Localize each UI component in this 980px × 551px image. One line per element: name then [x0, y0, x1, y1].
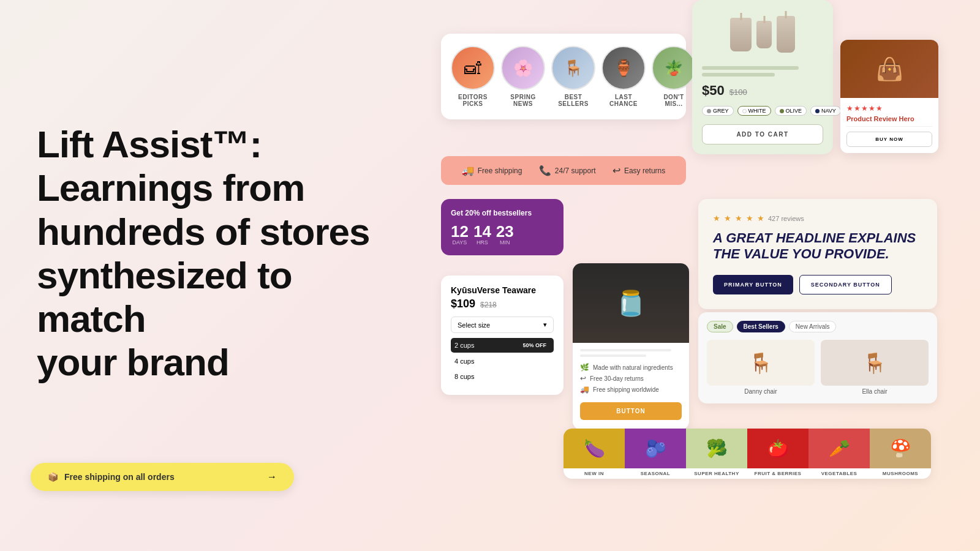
grey-label: GREY: [713, 108, 729, 114]
healthy-label: SUPER HEALTHY: [693, 468, 740, 479]
size-2cups[interactable]: 2 cups 50% OFF: [451, 338, 554, 353]
furniture-tags: Sale Best Sellers New Arrivals: [707, 321, 929, 332]
spring-circle: [501, 46, 545, 90]
food-item-seasonal[interactable]: 🫐 SEASONAL: [625, 429, 686, 479]
free-shipping-item: 🚚 Free shipping: [462, 165, 522, 176]
mushrooms-image: 🍄: [870, 429, 931, 468]
white-label: WHITE: [748, 108, 766, 114]
size-2cups-label: 2 cups: [454, 342, 474, 349]
color-olive[interactable]: OLIVE: [775, 106, 807, 116]
nat-line-2: [580, 354, 646, 357]
healthy-image: 🥦: [686, 429, 747, 468]
food-item-healthy[interactable]: 🥦 SUPER HEALTHY: [686, 429, 747, 479]
category-item-dont-miss[interactable]: DON'TMIS...: [652, 46, 696, 107]
size-8cups[interactable]: 8 cups: [451, 370, 554, 383]
lastchance-label: LAST CHANCE: [601, 94, 646, 107]
countdown-label: Get 20% off bestsellers: [451, 209, 554, 217]
category-item-editors[interactable]: EDITORS PICKS: [451, 46, 495, 107]
food-item-fruit[interactable]: 🍅 FRUIT & BERRIES: [747, 429, 809, 479]
hero-primary-button[interactable]: PRIMARY BUTTON: [713, 275, 793, 294]
category-item-lastchance[interactable]: LAST CHANCE: [601, 46, 646, 107]
color-grey[interactable]: GREY: [702, 106, 734, 116]
returns-label: Easy returns: [624, 167, 665, 175]
price-row: $50 $100: [702, 83, 823, 99]
star-2: ★: [854, 104, 861, 113]
color-navy[interactable]: NAVY: [810, 106, 841, 116]
star-1: ★: [846, 104, 853, 113]
lastchance-circle: [601, 46, 646, 90]
ella-chair-name: Ella chair: [821, 388, 929, 395]
natural-product-button[interactable]: BUTTON: [580, 402, 682, 420]
shipping-bar-label: Free shipping on all orders: [64, 472, 175, 482]
olive-dot: [780, 109, 784, 113]
star-5: ★: [876, 104, 883, 113]
add-to-cart-button[interactable]: ADD TO CART: [702, 124, 823, 144]
food-categories-card: 🍆 NEW IN 🫐 SEASONAL 🥦 SUPER HEALTHY 🍅 FR…: [564, 429, 931, 479]
hero-headline: A GREAT HEADLINE EXPLAINS THE VALUE YOU …: [713, 230, 922, 263]
buy-now-button[interactable]: BUY NOW: [846, 132, 932, 147]
teaware-title: KyūsuVerse Teaware: [451, 285, 554, 295]
review-card: 👜 ★ ★ ★ ★ ★ Product Review Hero BUY NOW: [840, 40, 938, 153]
days-label: DAYS: [451, 239, 469, 246]
furniture-item-danny[interactable]: 🪑 Danny chair: [707, 340, 815, 395]
teaware-card: KyūsuVerse Teaware $109 $218 Select size…: [441, 276, 564, 395]
seasonal-label: SEASONAL: [639, 468, 671, 479]
vase-2: [756, 21, 772, 48]
furniture-grid: 🪑 Danny chair 🪑 Ella chair: [707, 340, 929, 395]
mins-block: 23 MIN: [496, 223, 514, 246]
color-white[interactable]: WHITE: [737, 106, 771, 116]
hero-secondary-button[interactable]: SECONDARY BUTTON: [799, 275, 892, 294]
truck-icon: 🚚: [580, 385, 589, 394]
leaf-icon: 🌿: [580, 363, 589, 372]
days-value: 12: [451, 223, 469, 239]
desc-line-2: [702, 73, 775, 77]
furniture-item-ella[interactable]: 🪑 Ella chair: [821, 340, 929, 395]
original-price: $100: [729, 88, 747, 97]
mins-label: MIN: [496, 239, 514, 246]
hero-star-5: ★: [757, 214, 764, 223]
support-icon: 📞: [539, 165, 551, 176]
fruit-image: 🍅: [747, 429, 809, 468]
bestsellers-circle: [551, 46, 595, 90]
editors-label: EDITORS PICKS: [451, 94, 495, 107]
hero-stars: ★ ★ ★ ★ ★ 427 reviews: [713, 214, 922, 223]
cards-area: EDITORS PICKS SPRING NEWS BEST SELLERS L…: [429, 0, 980, 551]
food-item-mushrooms[interactable]: 🍄 MUSHROOMS: [870, 429, 931, 479]
navy-label: NAVY: [821, 108, 836, 114]
days-block: 12 DAYS: [451, 223, 469, 246]
current-price: $50: [702, 83, 725, 99]
tag-bestsellers[interactable]: Best Sellers: [737, 321, 785, 332]
hero-buttons: PRIMARY BUTTON SECONDARY BUTTON: [713, 275, 922, 294]
hours-value: 14: [473, 223, 491, 239]
natural-product-card: 🫙 🌿 Made with natural ingredients ↩ Free…: [573, 263, 689, 430]
vegetables-image: 🥕: [809, 429, 870, 468]
hero-card: ★ ★ ★ ★ ★ 427 reviews A GREAT HEADLINE E…: [698, 199, 937, 309]
color-options: GREY WHITE OLIVE NAVY: [702, 106, 823, 116]
size-4cups[interactable]: 4 cups: [451, 354, 554, 368]
vase-3: [777, 16, 795, 53]
feature-returns-label: Free 30-day returns: [590, 375, 644, 382]
tag-new-arrivals[interactable]: New Arrivals: [789, 321, 837, 332]
food-item-vegetables[interactable]: 🥕 VEGETABLES: [809, 429, 870, 479]
review-product-image: 👜: [840, 40, 938, 98]
new-in-image: 🍆: [564, 429, 625, 468]
hero-star-3: ★: [735, 214, 742, 223]
teaware-current-price: $109: [451, 298, 475, 310]
teaware-original-price: $218: [480, 301, 497, 309]
shipping-bar-icon: 📦: [48, 472, 58, 482]
feature-returns: ↩ Free 30-day returns: [573, 374, 689, 383]
danny-chair-name: Danny chair: [707, 388, 815, 395]
grey-dot: [707, 109, 711, 113]
new-in-label: NEW IN: [583, 468, 605, 479]
category-item-bestsellers[interactable]: BEST SELLERS: [551, 46, 595, 107]
headline-line1: Lift Assist™:: [37, 123, 262, 165]
free-shipping-bar[interactable]: 📦 Free shipping on all orders →: [31, 463, 294, 491]
tag-sale[interactable]: Sale: [707, 321, 733, 332]
sale-badge-2cups: 50% OFF: [519, 341, 550, 350]
shipping-bar-content: 📦 Free shipping on all orders: [48, 472, 175, 482]
food-item-new-in[interactable]: 🍆 NEW IN: [564, 429, 625, 479]
olive-label: OLIVE: [786, 108, 802, 114]
category-item-spring[interactable]: SPRING NEWS: [501, 46, 545, 107]
vase-1: [730, 18, 752, 51]
size-select-dropdown[interactable]: Select size ▾: [451, 317, 554, 333]
